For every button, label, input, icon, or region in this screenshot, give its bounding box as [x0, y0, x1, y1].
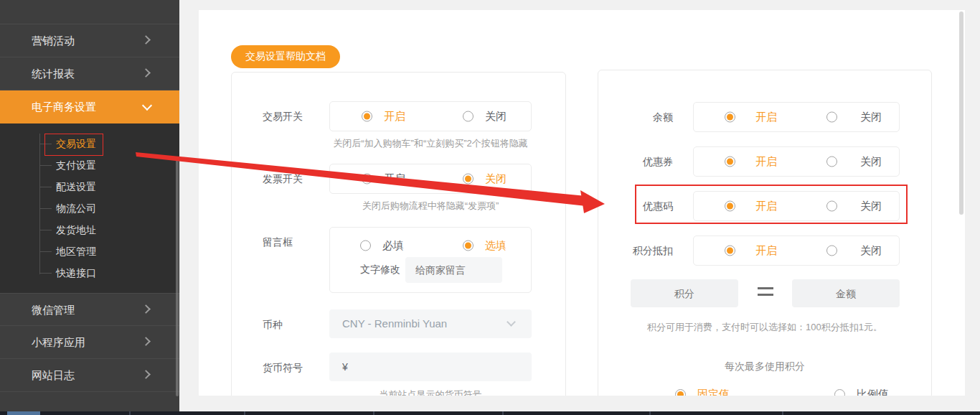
currency-symbol-input[interactable] — [329, 353, 532, 381]
points-deduction-label: 积分抵扣 — [598, 245, 673, 258]
points-deduction-box: 开启 关闭 — [693, 236, 900, 266]
coupon-on-option[interactable]: 开启 — [725, 155, 777, 169]
currency-select-value: CNY - Renminbi Yuan — [342, 317, 447, 330]
currency-symbol-helper: 当前站点显示的货币符号 — [329, 388, 532, 396]
points-input[interactable] — [631, 279, 738, 307]
sidebar-item-label: 营销活动 — [32, 34, 75, 47]
ratio-value-option[interactable]: 比例值 — [834, 388, 889, 396]
sidebar-item-miniprogram[interactable]: 小程序应用 — [0, 326, 179, 359]
radio-unselected-icon[interactable] — [463, 111, 473, 122]
chevron-right-icon — [141, 304, 151, 314]
sidebar-subitem-trade-settings[interactable]: 交易设置 — [0, 133, 179, 154]
radio-unselected-icon[interactable] — [360, 241, 371, 251]
equals-icon — [758, 286, 773, 297]
currency-select[interactable]: CNY - Renminbi Yuan — [329, 309, 532, 338]
radio-selected-icon[interactable] — [725, 112, 735, 123]
content-scrollbar[interactable] — [959, 11, 963, 215]
sidebar-item-ecommerce-settings[interactable]: 电子商务设置 — [0, 90, 179, 123]
chevron-down-icon — [142, 101, 152, 111]
points-deduction-off-option[interactable]: 关闭 — [826, 244, 882, 258]
message-required-option[interactable]: 必填 — [360, 239, 404, 253]
taskbar-edge — [0, 411, 980, 415]
radio-unselected-icon[interactable] — [826, 201, 837, 212]
chevron-right-icon — [141, 35, 151, 45]
help-doc-button[interactable]: 交易设置帮助文档 — [231, 45, 340, 68]
sidebar-item-wechat[interactable]: 微信管理 — [0, 293, 179, 326]
invoice-switch-off-option[interactable]: 关闭 — [463, 172, 507, 186]
subitem-label: 配送设置 — [56, 181, 96, 192]
sidebar-item-label: 电子商务设置 — [32, 101, 96, 113]
invoice-switch-label: 发票开关 — [263, 173, 303, 186]
taskbar-segment — [7, 411, 40, 415]
promo-code-on-option[interactable]: 开启 — [725, 200, 777, 213]
trade-settings-panel: 交易开关 开启 关闭 关闭后“加入购物车”和“立刻购买”2个按钮将隐藏 发票开关… — [231, 72, 566, 396]
sidebar-item-site-log[interactable]: 网站日志 — [0, 359, 179, 392]
subitem-label: 交易设置 — [56, 138, 96, 149]
sidebar-subitem-delivery-settings[interactable]: 配送设置 — [0, 176, 179, 197]
merchant-message-input[interactable] — [405, 257, 502, 283]
trade-switch-helper: 关闭后“加入购物车”和“立刻购买”2个按钮将隐藏 — [329, 137, 532, 150]
subitem-label: 地区管理 — [56, 246, 96, 257]
promo-code-box: 开启 关闭 — [693, 191, 900, 221]
sidebar-subitem-logistics-company[interactable]: 物流公司 — [0, 197, 179, 219]
radio-unselected-icon[interactable] — [362, 174, 372, 185]
amount-input[interactable] — [792, 279, 900, 307]
subitem-label: 发货地址 — [56, 224, 96, 236]
radio-selected-icon[interactable] — [675, 389, 686, 396]
discount-settings-panel: 余额 开启 关闭 优惠券 开启 关闭 优惠码 — [598, 70, 932, 396]
radio-selected-icon[interactable] — [463, 241, 473, 251]
sidebar-subitem-shipping-address[interactable]: 发货地址 — [0, 219, 179, 241]
points-deduction-on-option[interactable]: 开启 — [725, 244, 777, 258]
chevron-down-icon — [507, 317, 516, 327]
balance-on-option[interactable]: 开启 — [725, 111, 777, 124]
promo-code-label: 优惠码 — [598, 200, 673, 213]
sidebar-subitem-payment-settings[interactable]: 支付设置 — [0, 154, 179, 176]
subitem-label: 快递接口 — [56, 267, 96, 279]
balance-off-option[interactable]: 关闭 — [826, 111, 882, 124]
sidebar-item-label: 小程序应用 — [32, 336, 85, 348]
trade-switch-off-option[interactable]: 关闭 — [463, 110, 507, 123]
radio-unselected-icon[interactable] — [826, 112, 837, 123]
sidebar-scrollbar[interactable] — [176, 159, 179, 396]
currency-label: 币种 — [263, 319, 283, 332]
invoice-switch-on-option[interactable]: 开启 — [362, 172, 405, 186]
chevron-right-icon — [141, 68, 151, 78]
points-limit-title: 每次最多使用积分 — [598, 360, 931, 373]
radio-selected-icon[interactable] — [463, 174, 473, 185]
balance-label: 余额 — [598, 111, 673, 124]
radio-unselected-icon[interactable] — [834, 389, 845, 396]
sidebar-top-spacer — [0, 0, 179, 24]
radio-selected-icon[interactable] — [362, 111, 372, 122]
radio-selected-icon[interactable] — [725, 246, 735, 256]
sidebar-subitem-region-management[interactable]: 地区管理 — [0, 241, 179, 262]
promo-code-off-option[interactable]: 关闭 — [826, 200, 882, 213]
coupon-off-option[interactable]: 关闭 — [826, 155, 882, 169]
radio-selected-icon[interactable] — [725, 201, 735, 212]
radio-selected-icon[interactable] — [725, 157, 735, 167]
sidebar: 营销活动 统计报表 电子商务设置 交易设置 支付设置 配送设置 物流公司 发货地… — [0, 0, 179, 411]
trade-switch-box: 开启 关闭 — [329, 101, 532, 131]
message-optional-option[interactable]: 选填 — [463, 239, 507, 253]
fixed-value-option[interactable]: 固定值 — [675, 388, 730, 396]
subitem-label: 物流公司 — [56, 202, 96, 214]
text-edit-label: 文字修改 — [360, 264, 400, 276]
message-box-label: 留言框 — [263, 236, 293, 249]
currency-symbol-label: 货币符号 — [263, 362, 303, 375]
trade-switch-label: 交易开关 — [263, 111, 303, 123]
sidebar-item-label: 网站日志 — [32, 369, 75, 381]
invoice-switch-helper: 关闭后购物流程中将隐藏“发票项” — [329, 200, 532, 213]
chevron-right-icon — [141, 337, 151, 346]
coupon-box: 开启 关闭 — [693, 146, 900, 177]
sidebar-item-statistics[interactable]: 统计报表 — [0, 57, 179, 90]
subitem-label: 支付设置 — [56, 159, 96, 171]
sidebar-item-label: 统计报表 — [32, 67, 75, 80]
sidebar-item-marketing[interactable]: 营销活动 — [0, 24, 179, 57]
content-area: 交易设置帮助文档 交易开关 开启 关闭 关闭后“加入购物车”和“立刻购买”2个按… — [199, 10, 965, 396]
message-box: 必填 选填 文字修改 — [329, 227, 532, 293]
radio-unselected-icon[interactable] — [826, 157, 837, 167]
sidebar-subitem-express-interface[interactable]: 快递接口 — [0, 262, 179, 284]
invoice-switch-box: 开启 关闭 — [329, 164, 532, 194]
trade-switch-on-option[interactable]: 开启 — [362, 110, 405, 123]
coupon-label: 优惠券 — [598, 156, 673, 169]
radio-unselected-icon[interactable] — [826, 246, 837, 256]
